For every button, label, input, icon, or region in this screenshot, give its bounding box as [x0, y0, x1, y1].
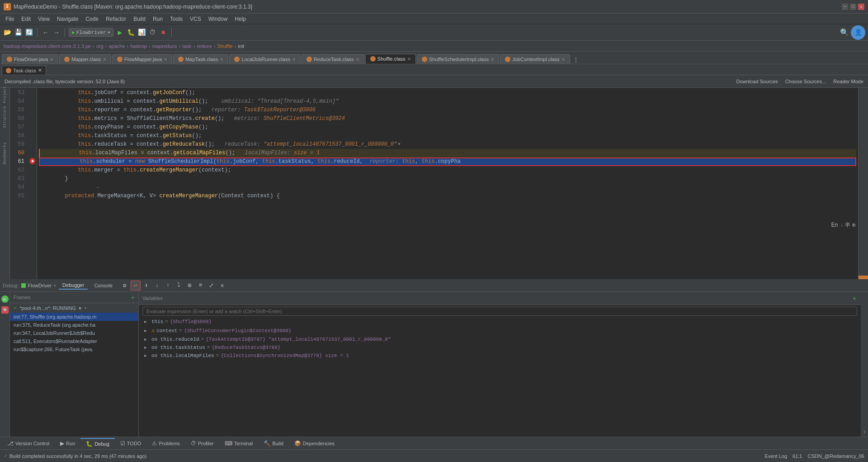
menu-code[interactable]: Code [82, 15, 102, 23]
status-build-result[interactable]: ✓ Build completed successfully in 4 sec,… [4, 453, 146, 459]
tab-localjobrunner-class[interactable]: LocalJobRunner.class ✕ [229, 54, 301, 64]
var-expand-this[interactable]: ▶ [144, 319, 150, 324]
breakpoint-icon[interactable] [29, 158, 35, 164]
tab-reducetask-class[interactable]: ReduceTask.class ✕ [302, 54, 364, 64]
stop-button[interactable]: ■ [159, 28, 168, 37]
thread-dropdown-icon[interactable]: ▾ [84, 305, 87, 311]
breadcrumb-org[interactable]: org [96, 43, 104, 49]
debug-button[interactable]: 🐛 [126, 28, 135, 37]
tab-jobcontextimpl-class[interactable]: JobContextImpl.class ✕ [500, 54, 570, 64]
minimize-button[interactable]: – [842, 4, 848, 10]
menu-navigate[interactable]: Navigate [53, 15, 82, 23]
scroll-arrow-icon[interactable]: ▾ [863, 429, 866, 435]
debug-evaluate-icon[interactable]: ⊞ [185, 281, 195, 291]
status-position[interactable]: 61:1 [793, 453, 802, 459]
menu-edit[interactable]: Edit [18, 15, 34, 23]
tab-close-7[interactable]: ✕ [491, 57, 494, 62]
toolbar-refresh-icon[interactable]: 🔄 [24, 28, 33, 37]
toolbar-back-icon[interactable]: ← [41, 28, 50, 37]
debug-close-icon[interactable]: ✕ [217, 281, 227, 291]
frame-item-3[interactable]: call:511, Executors$RunnableAdapter [10, 337, 138, 345]
tab-close-5[interactable]: ✕ [356, 57, 359, 62]
debug-stepinto-icon[interactable]: ↓ [152, 281, 162, 291]
tab-close-8[interactable]: ✕ [561, 57, 565, 62]
var-expand-context[interactable]: ▶ [144, 328, 150, 333]
debug-resume-icon[interactable]: ↩ [131, 281, 141, 291]
profile-button[interactable]: ⏱ [148, 28, 157, 37]
menu-file[interactable]: File [2, 15, 18, 23]
menu-build[interactable]: Build [130, 15, 149, 23]
debug-threads-icon[interactable]: ≡ [196, 281, 206, 291]
search-everywhere-icon[interactable]: 🔍 [840, 28, 849, 37]
debug-session-close[interactable]: ✕ [53, 283, 56, 288]
frame-item-0[interactable]: init:77, Shuffle (org.apache.hadoop.m [10, 313, 138, 321]
debug-run-icon[interactable]: ▶ [1, 295, 9, 303]
run-config-dropdown[interactable]: ▶ FlowDriver ▾ [69, 28, 113, 37]
tab-close-6[interactable]: ✕ [407, 57, 411, 62]
bottom-tab-terminal[interactable]: ⌨ Terminal [219, 438, 259, 448]
var-expand-reduceid[interactable]: ▶ [144, 337, 150, 342]
debug-stepout-icon[interactable]: ↑ [163, 281, 173, 291]
reader-mode-link[interactable]: Reader Mode [833, 79, 863, 84]
tab-shufflescheduler-class[interactable]: ShuffleSchedulerImpl.class ✕ [417, 54, 499, 64]
debug-runtopoint-icon[interactable]: ⤵ [174, 281, 184, 291]
var-item-localmapfiles[interactable]: ▶ oo this.localMapFiles = {Collections$S… [139, 352, 861, 360]
bottom-tab-vcs[interactable]: ⎇ Version Control [2, 438, 55, 448]
var-expand-localmapfiles[interactable]: ▶ [144, 353, 150, 358]
breadcrumb-task[interactable]: task [182, 43, 191, 49]
choose-sources-link[interactable]: Choose Sources... [785, 79, 826, 84]
bottom-tab-debug[interactable]: 🐛 Debug [80, 438, 114, 449]
coverage-button[interactable]: 📊 [137, 28, 146, 37]
tabs-more-button[interactable]: ⋮ [571, 56, 581, 64]
frame-item-1[interactable]: run:375, ReduceTask (org.apache.ha [10, 321, 138, 329]
debug-tab-debugger[interactable]: Debugger [59, 281, 88, 290]
tab-close-1[interactable]: ✕ [103, 57, 106, 62]
code-area[interactable]: this.jobConf = context.getJobConf(); thi… [37, 88, 858, 279]
menu-window[interactable]: Window [205, 15, 231, 23]
sidebar-project-icon[interactable]: Project [1, 90, 9, 99]
breadcrumb-hadoop[interactable]: hadoop [130, 43, 147, 49]
tab-close-4[interactable]: ✕ [292, 57, 296, 62]
frames-add-button[interactable]: + [131, 294, 135, 301]
tab-mapper-class[interactable]: Mapper.class ✕ [59, 54, 111, 64]
breadcrumb-init[interactable]: init [238, 43, 244, 49]
menu-refactor[interactable]: Refactor [102, 15, 130, 23]
tab-maptask-class[interactable]: MapTask.class ✕ [173, 54, 228, 64]
debug-restore-icon[interactable]: ⤢ [207, 281, 217, 291]
breadcrumb-shuffle[interactable]: Shuffle [217, 43, 233, 49]
breadcrumb-jar[interactable]: hadoop-mapreduce-client-core-3.1.3.jar [4, 43, 91, 49]
status-event-log[interactable]: Event Log [765, 453, 788, 459]
debug-tab-console[interactable]: Console [90, 282, 116, 289]
close-button[interactable]: ✕ [858, 4, 864, 10]
download-sources-link[interactable]: Download Sources [736, 79, 778, 84]
add-watch-button[interactable]: + [852, 294, 857, 303]
breadcrumb-apache[interactable]: apache [108, 43, 125, 49]
thread-filter-icon[interactable]: ⚈ [79, 305, 81, 311]
breadcrumb-reduce[interactable]: reduce [197, 43, 212, 49]
breadcrumb-mapreduce[interactable]: mapreduce [152, 43, 177, 49]
tab-close-0[interactable]: ✕ [50, 57, 53, 62]
bottom-tab-todo[interactable]: ☑ TODO [115, 438, 147, 448]
debug-settings-icon[interactable]: ⚙ [120, 281, 130, 291]
language-indicator[interactable]: En ﹔半 ⊕ [831, 221, 856, 229]
toolbar-forward-icon[interactable]: → [52, 28, 61, 37]
sidebar-bookmarks-icon[interactable]: Bookmarks [1, 149, 9, 157]
frame-item-4[interactable]: run$$capture:266, FutureTask (java. [10, 345, 138, 353]
run-button[interactable]: ▶ [115, 28, 124, 37]
menu-vcs[interactable]: VCS [186, 15, 205, 23]
bottom-tab-profiler[interactable]: ⏱ Profiler [185, 438, 219, 448]
var-item-this[interactable]: ▶ this = {Shuffle@3889} [139, 318, 861, 326]
tab-close-2[interactable]: ✕ [164, 57, 167, 62]
var-item-context[interactable]: ▶ ⚠ context = {ShuffleConsumerPlugin$Con… [139, 326, 861, 335]
sub-tab-close[interactable]: ✕ [38, 67, 42, 73]
frame-item-2[interactable]: run:347, LocalJobRunner$Job$Redu [10, 329, 138, 337]
tab-flowdriver-java[interactable]: FlowDriver.java ✕ [2, 54, 58, 64]
sub-tab-task-class[interactable]: Task.class ✕ [2, 66, 46, 75]
var-item-reduceid[interactable]: ▶ oo this.reduceId = {TaskAttemptID@3787… [139, 335, 861, 343]
status-user[interactable]: CSDN_@Redamancy_06 [807, 453, 864, 459]
bottom-tab-problems[interactable]: ⚠ Problems [146, 438, 185, 448]
toolbar-open-icon[interactable]: 📂 [3, 28, 12, 37]
bottom-tab-dependencies[interactable]: 📦 Dependencies [289, 438, 340, 448]
menu-tools[interactable]: Tools [166, 15, 186, 23]
user-avatar[interactable]: 👤 [851, 25, 865, 40]
